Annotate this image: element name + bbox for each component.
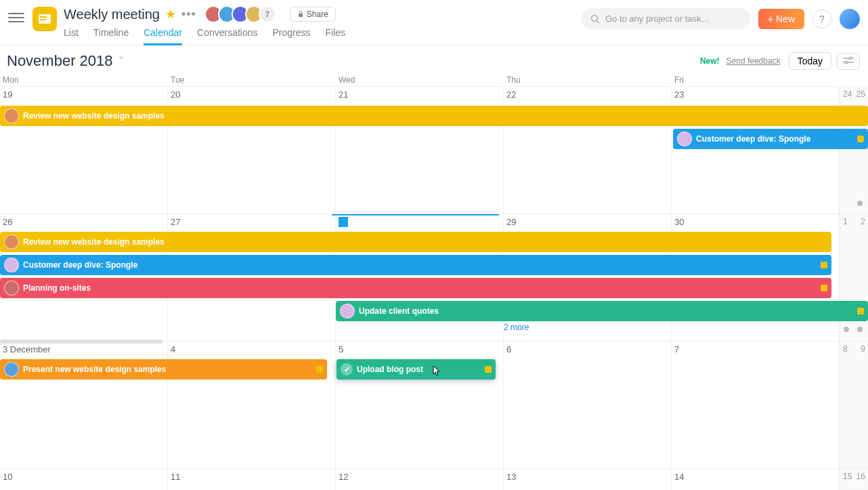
send-feedback-link[interactable]: Send feedback (726, 56, 781, 66)
tab-list[interactable]: List (64, 27, 79, 45)
tab-progress[interactable]: Progress (273, 27, 311, 45)
task-bar[interactable]: Customer deep dive: Spongle (673, 129, 868, 149)
task-bar[interactable]: Review new website design samples (0, 232, 831, 252)
sliders-icon (843, 56, 854, 64)
project-title: Weekly meeting (64, 7, 160, 22)
svg-line-5 (597, 21, 599, 23)
filter-button[interactable] (837, 53, 860, 70)
weekday-headers: MonTueWedThuFri (0, 74, 868, 87)
help-button[interactable]: ? (812, 9, 831, 28)
more-tasks-link[interactable]: 2 more (504, 323, 529, 332)
user-avatar[interactable] (840, 9, 860, 29)
task-bar[interactable]: Planning on-sites (0, 278, 831, 298)
task-bar[interactable]: Present new website design samples (0, 359, 327, 380)
project-tabs: List Timeline Calendar Conversations Pro… (64, 27, 581, 45)
month-title: November 2018 (7, 52, 113, 70)
tab-calendar[interactable]: Calendar (144, 27, 182, 45)
month-picker[interactable]: ˅ (118, 55, 124, 68)
new-badge: New! (700, 56, 720, 66)
global-search[interactable]: Go to any project or task… (581, 8, 750, 29)
project-icon (32, 7, 57, 31)
more-icon[interactable]: ••• (181, 7, 196, 22)
task-bar[interactable]: Review new website design samples (0, 106, 868, 126)
search-placeholder: Go to any project or task… (605, 14, 710, 24)
tab-files[interactable]: Files (326, 27, 346, 45)
svg-rect-1 (40, 16, 47, 18)
menu-icon[interactable] (8, 9, 24, 26)
search-icon (590, 14, 600, 24)
today-button[interactable]: Today (789, 52, 831, 70)
task-bar[interactable]: Customer deep dive: Spongle (0, 255, 831, 275)
tab-conversations[interactable]: Conversations (197, 27, 258, 45)
svg-rect-2 (40, 19, 45, 20)
member-avatars[interactable]: 7 (209, 5, 276, 23)
share-button[interactable]: Share (290, 7, 336, 22)
svg-rect-3 (299, 14, 303, 17)
tab-timeline[interactable]: Timeline (93, 27, 129, 45)
lock-icon (297, 11, 304, 18)
new-button[interactable]: + New (758, 9, 804, 29)
task-bar[interactable]: Update client quotes (336, 301, 868, 321)
task-bar[interactable]: ✓Upload blog post (337, 359, 496, 380)
star-icon[interactable]: ★ (165, 7, 176, 22)
svg-point-9 (845, 61, 848, 64)
svg-point-7 (849, 57, 852, 60)
calendar-grid[interactable]: 24251920212223Review new website design … (0, 87, 868, 490)
svg-point-4 (591, 15, 597, 21)
